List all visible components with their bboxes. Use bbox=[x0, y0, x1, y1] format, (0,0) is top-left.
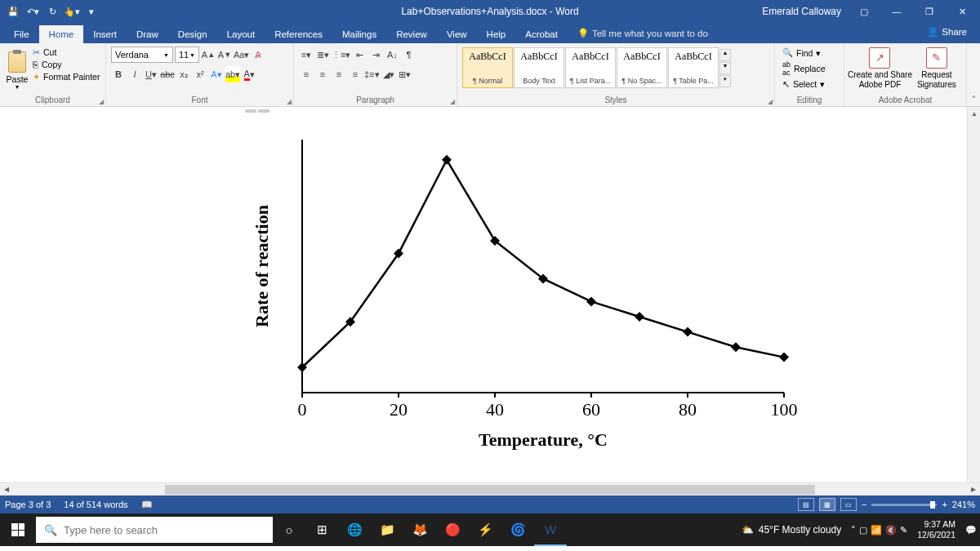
onedrive-icon[interactable]: ▢ bbox=[859, 525, 867, 535]
share-button[interactable]: 👤 Share bbox=[920, 23, 973, 41]
clipboard-launcher-icon[interactable]: ◢ bbox=[99, 98, 104, 105]
user-name[interactable]: Emerald Calloway bbox=[762, 6, 848, 17]
read-mode-icon[interactable]: ▤ bbox=[798, 498, 814, 511]
scroll-left-icon[interactable]: ◀ bbox=[0, 483, 13, 496]
tab-acrobat[interactable]: Acrobat bbox=[515, 25, 568, 43]
align-right-button[interactable]: ≡ bbox=[332, 66, 346, 82]
word-icon[interactable]: W bbox=[534, 513, 567, 546]
pen-icon[interactable]: ✎ bbox=[900, 525, 907, 535]
clear-format-button[interactable]: A̷ bbox=[251, 47, 265, 63]
font-color-button[interactable]: A▾ bbox=[242, 66, 256, 82]
word-count[interactable]: 14 of 514 words bbox=[64, 500, 127, 509]
style-gallery[interactable]: AaBbCcI¶ Normal AaBbCcIBody Text AaBbCcI… bbox=[461, 45, 733, 91]
undo-icon[interactable]: ↶▾ bbox=[24, 2, 42, 20]
paste-button[interactable]: Paste ▼ bbox=[3, 45, 31, 91]
tab-insert[interactable]: Insert bbox=[83, 25, 127, 43]
notifications-icon[interactable]: 💬 bbox=[965, 525, 977, 535]
style-table-para[interactable]: AaBbCcI¶ Table Pa... bbox=[668, 47, 719, 88]
tab-design[interactable]: Design bbox=[168, 25, 217, 43]
minimize-button[interactable]: — bbox=[880, 0, 913, 23]
change-case-button[interactable]: Aa▾ bbox=[234, 47, 249, 63]
show-marks-button[interactable]: ¶ bbox=[401, 47, 416, 63]
zoom-slider[interactable] bbox=[871, 504, 937, 506]
restore-button[interactable]: ❐ bbox=[913, 0, 946, 23]
paragraph-launcher-icon[interactable]: ◢ bbox=[450, 98, 455, 105]
styles-launcher-icon[interactable]: ◢ bbox=[768, 98, 773, 105]
style-gallery-scroll[interactable]: ▲▼▾ bbox=[719, 49, 731, 87]
bullets-button[interactable]: ≡▾ bbox=[299, 47, 314, 63]
save-icon[interactable]: 💾 bbox=[4, 2, 22, 20]
align-center-button[interactable]: ≡ bbox=[315, 66, 330, 82]
explorer-icon[interactable]: 📁 bbox=[371, 513, 403, 546]
collapse-ribbon-icon[interactable]: ˄ bbox=[972, 95, 976, 104]
tab-help[interactable]: Help bbox=[477, 25, 516, 43]
tab-draw[interactable]: Draw bbox=[127, 25, 168, 43]
print-layout-icon[interactable]: ▦ bbox=[819, 498, 835, 511]
multilevel-button[interactable]: ⋮≡▾ bbox=[332, 47, 350, 63]
scroll-up-icon[interactable]: ▲ bbox=[968, 107, 980, 120]
firefox-icon[interactable]: 🦊 bbox=[403, 513, 436, 546]
bold-button[interactable]: B bbox=[111, 66, 126, 82]
tab-references[interactable]: References bbox=[265, 25, 332, 43]
spellcheck-icon[interactable]: 📖 bbox=[141, 500, 153, 510]
font-name-combo[interactable]: Verdana▼ bbox=[111, 47, 173, 63]
qat-customize-icon[interactable]: ▾ bbox=[82, 2, 100, 20]
tab-home[interactable]: Home bbox=[39, 25, 84, 43]
weather-widget[interactable]: ⛅45°F Mostly cloudy bbox=[735, 524, 849, 535]
style-normal[interactable]: AaBbCcI¶ Normal bbox=[462, 47, 513, 88]
create-share-pdf-button[interactable]: ↗ Create and Share Adobe PDF bbox=[848, 47, 912, 90]
scroll-right-icon[interactable]: ▶ bbox=[967, 483, 980, 496]
cortana-icon[interactable]: ○ bbox=[273, 513, 305, 546]
document-area[interactable]: 020406080100 Rate of reaction Temperatur… bbox=[0, 107, 980, 482]
ribbon-display-icon[interactable]: ▢ bbox=[848, 0, 880, 23]
style-no-spacing[interactable]: AaBbCcI¶ No Spac... bbox=[617, 47, 667, 88]
vscode-icon[interactable]: ⚡ bbox=[469, 513, 501, 546]
font-launcher-icon[interactable]: ◢ bbox=[287, 98, 292, 105]
replace-button[interactable]: abacReplace bbox=[782, 60, 826, 78]
format-painter-button[interactable]: ✦Format Painter bbox=[31, 71, 101, 82]
start-button[interactable] bbox=[0, 513, 36, 546]
ruler-indent-markers[interactable] bbox=[245, 109, 286, 114]
tab-file[interactable]: File bbox=[4, 25, 39, 43]
style-list-para[interactable]: AaBbCcI¶ List Para... bbox=[565, 47, 616, 88]
subscript-button[interactable]: x₂ bbox=[176, 66, 191, 82]
italic-button[interactable]: I bbox=[127, 66, 142, 82]
page-indicator[interactable]: Page 3 of 3 bbox=[5, 500, 51, 509]
tab-layout[interactable]: Layout bbox=[217, 25, 265, 43]
zoom-out-button[interactable]: − bbox=[862, 500, 866, 509]
tray-chevron-icon[interactable]: ˄ bbox=[851, 525, 856, 535]
task-view-icon[interactable]: ⊞ bbox=[305, 513, 338, 546]
zoom-level[interactable]: 241% bbox=[952, 500, 975, 509]
line-spacing-button[interactable]: ‡≡▾ bbox=[364, 66, 380, 82]
vertical-scrollbar[interactable]: ▲ bbox=[967, 107, 980, 482]
close-button[interactable]: ✕ bbox=[946, 0, 978, 23]
taskbar-search[interactable]: 🔍Type here to search bbox=[36, 517, 273, 543]
request-signatures-button[interactable]: ✎ Request Signatures bbox=[917, 47, 956, 90]
underline-button[interactable]: U▾ bbox=[144, 66, 158, 82]
tab-view[interactable]: View bbox=[437, 25, 477, 43]
decrease-indent-button[interactable]: ⇤ bbox=[352, 47, 367, 63]
numbering-button[interactable]: ≣▾ bbox=[315, 47, 330, 63]
shading-button[interactable]: ◢▾ bbox=[381, 66, 396, 82]
justify-button[interactable]: ≡ bbox=[348, 66, 363, 82]
wifi-icon[interactable]: 📶 bbox=[871, 525, 882, 535]
copy-button[interactable]: ⎘Copy bbox=[31, 59, 101, 70]
select-button[interactable]: ↖Select ▾ bbox=[782, 78, 826, 90]
redo-icon[interactable]: ↻ bbox=[43, 2, 61, 20]
align-left-button[interactable]: ≡ bbox=[299, 66, 314, 82]
sort-button[interactable]: A↓ bbox=[385, 47, 399, 63]
tab-mailings[interactable]: Mailings bbox=[332, 25, 386, 43]
style-body-text[interactable]: AaBbCcIBody Text bbox=[514, 47, 564, 88]
web-layout-icon[interactable]: ▭ bbox=[840, 498, 857, 511]
shrink-font-button[interactable]: A▼ bbox=[217, 47, 232, 63]
grow-font-button[interactable]: A▲ bbox=[201, 47, 216, 63]
tab-review[interactable]: Review bbox=[386, 25, 437, 43]
find-button[interactable]: 🔍Find ▾ bbox=[782, 47, 826, 59]
borders-button[interactable]: ⊞▾ bbox=[398, 66, 412, 82]
horizontal-scrollbar[interactable]: ◀ ▶ bbox=[0, 482, 980, 495]
text-effects-button[interactable]: A▾ bbox=[209, 66, 224, 82]
strike-button[interactable]: abc bbox=[160, 66, 175, 82]
increase-indent-button[interactable]: ⇥ bbox=[368, 47, 383, 63]
zoom-in-button[interactable]: + bbox=[942, 500, 947, 509]
superscript-button[interactable]: x² bbox=[193, 66, 207, 82]
